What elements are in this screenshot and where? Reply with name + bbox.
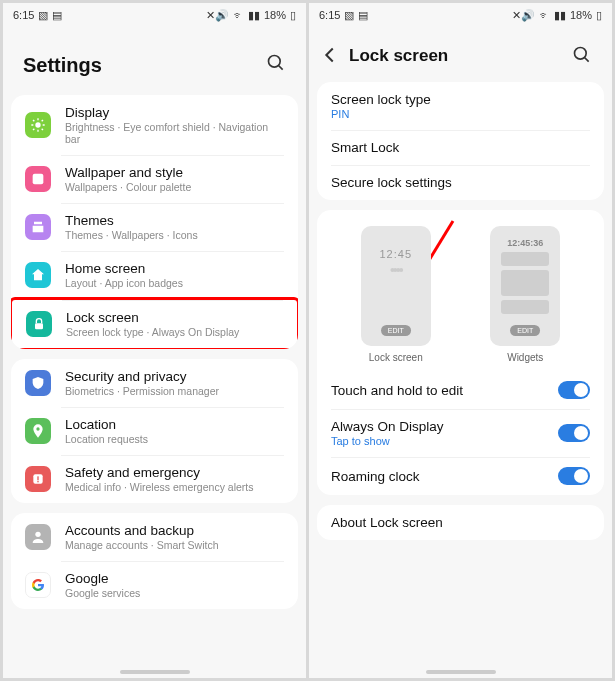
- toggle-switch[interactable]: [558, 467, 590, 485]
- nav-handle[interactable]: [426, 670, 496, 674]
- lock-settings-card: Screen lock type PIN Smart Lock Secure l…: [317, 82, 604, 200]
- svg-point-17: [35, 532, 40, 537]
- toggle-switch[interactable]: [558, 381, 590, 399]
- svg-rect-11: [33, 174, 44, 185]
- edit-pill[interactable]: EDIT: [510, 325, 540, 336]
- item-title: Lock screen: [66, 310, 283, 325]
- row-about-lock-screen[interactable]: About Lock screen: [317, 505, 604, 540]
- status-icon-newspaper: ▤: [52, 9, 62, 22]
- sidebar-item-safety[interactable]: Safety and emergency Medical info · Wire…: [11, 455, 298, 503]
- search-icon[interactable]: [572, 45, 592, 67]
- sidebar-item-themes[interactable]: Themes Themes · Wallpapers · Icons: [11, 203, 298, 251]
- status-time: 6:15: [319, 9, 340, 21]
- search-icon[interactable]: [266, 53, 286, 77]
- row-touch-hold-edit[interactable]: Touch and hold to edit: [317, 371, 604, 409]
- status-bar: 6:15 ▧ ▤ ✕🔊 ᯤ ▮▮ 18% ▯: [309, 3, 612, 25]
- svg-line-9: [33, 129, 34, 130]
- edit-pill[interactable]: EDIT: [381, 325, 411, 336]
- item-title: Security and privacy: [65, 369, 284, 384]
- status-time: 6:15: [13, 9, 34, 21]
- battery-icon: ▯: [290, 9, 296, 22]
- shield-icon: [25, 370, 51, 396]
- item-sub: Biometrics · Permission manager: [65, 385, 284, 397]
- preview-widgets[interactable]: 12:45:36 EDIT Widgets: [490, 226, 560, 363]
- preview-time: 12:45: [379, 248, 412, 260]
- svg-line-19: [585, 58, 589, 62]
- svg-line-8: [42, 129, 43, 130]
- signal-icon: ▮▮: [554, 9, 566, 22]
- row-always-on-display[interactable]: Always On Display Tap to show: [317, 409, 604, 457]
- item-title: Accounts and backup: [65, 523, 284, 538]
- status-icon-newspaper: ▤: [358, 9, 368, 22]
- row-smart-lock[interactable]: Smart Lock: [317, 130, 604, 165]
- lock-icon: [26, 311, 52, 337]
- settings-main-screen: 6:15 ▧ ▤ ✕🔊 ᯤ ▮▮ 18% ▯ Settings Display: [3, 3, 306, 678]
- item-title: Location: [65, 417, 284, 432]
- page-title: Settings: [23, 54, 102, 77]
- svg-point-0: [269, 56, 281, 68]
- item-title: Roaming clock: [331, 469, 544, 484]
- status-icon-image: ▧: [344, 9, 354, 22]
- svg-line-1: [279, 66, 283, 70]
- sidebar-item-home[interactable]: Home screen Layout · App icon badges: [11, 251, 298, 299]
- status-icon-image: ▧: [38, 9, 48, 22]
- svg-point-2: [35, 122, 40, 127]
- item-sub: Brightness · Eye comfort shield · Naviga…: [65, 121, 284, 145]
- preview-widget-time: 12:45:36: [507, 238, 543, 248]
- settings-header: Settings: [3, 25, 306, 95]
- sidebar-item-display[interactable]: Display Brightness · Eye comfort shield …: [11, 95, 298, 155]
- svg-point-18: [575, 48, 587, 60]
- settings-card-accounts: Accounts and backup Manage accounts · Sm…: [11, 513, 298, 609]
- svg-rect-15: [37, 476, 38, 480]
- toggle-switch[interactable]: [558, 424, 590, 442]
- item-title: Touch and hold to edit: [331, 383, 544, 398]
- sidebar-item-security[interactable]: Security and privacy Biometrics · Permis…: [11, 359, 298, 407]
- item-title: Screen lock type: [331, 92, 590, 107]
- item-title: Secure lock settings: [331, 175, 590, 190]
- item-title: About Lock screen: [331, 515, 590, 530]
- sidebar-item-wallpaper[interactable]: Wallpaper and style Wallpapers · Colour …: [11, 155, 298, 203]
- item-title: Google: [65, 571, 284, 586]
- pin-icon: [25, 418, 51, 444]
- item-value: Tap to show: [331, 435, 544, 447]
- row-secure-lock[interactable]: Secure lock settings: [317, 165, 604, 200]
- widget-bar: [501, 252, 549, 266]
- svg-point-13: [36, 427, 39, 430]
- item-title: Always On Display: [331, 419, 544, 434]
- item-title: Home screen: [65, 261, 284, 276]
- row-screen-lock-type[interactable]: Screen lock type PIN: [317, 82, 604, 130]
- battery-text: 18%: [570, 9, 592, 21]
- sidebar-item-google[interactable]: Google Google services: [11, 561, 298, 609]
- item-sub: Medical info · Wireless emergency alerts: [65, 481, 284, 493]
- item-value: PIN: [331, 108, 590, 120]
- item-sub: Google services: [65, 587, 284, 599]
- item-sub: Manage accounts · Smart Switch: [65, 539, 284, 551]
- item-sub: Layout · App icon badges: [65, 277, 284, 289]
- sidebar-item-location[interactable]: Location Location requests: [11, 407, 298, 455]
- preview-dots: ••••: [390, 262, 402, 278]
- theme-icon: [25, 214, 51, 240]
- preview-lockscreen[interactable]: 12:45 •••• EDIT Lock screen: [361, 226, 431, 363]
- sidebar-item-lock-screen[interactable]: Lock screen Screen lock type · Always On…: [11, 297, 298, 349]
- back-icon[interactable]: [319, 44, 341, 68]
- item-sub: Screen lock type · Always On Display: [66, 326, 283, 338]
- settings-card-appearance: Display Brightness · Eye comfort shield …: [11, 95, 298, 349]
- sidebar-item-accounts[interactable]: Accounts and backup Manage accounts · Sm…: [11, 513, 298, 561]
- sun-icon: [25, 112, 51, 138]
- item-sub: Location requests: [65, 433, 284, 445]
- item-sub: Themes · Wallpapers · Icons: [65, 229, 284, 241]
- lockscreen-header: Lock screen: [309, 26, 612, 82]
- user-icon: [25, 524, 51, 550]
- google-icon: [25, 572, 51, 598]
- mute-icon: ✕🔊: [206, 9, 229, 22]
- svg-line-10: [42, 120, 43, 121]
- battery-text: 18%: [264, 9, 286, 21]
- item-title: Wallpaper and style: [65, 165, 284, 180]
- item-title: Themes: [65, 213, 284, 228]
- item-title: Safety and emergency: [65, 465, 284, 480]
- preview-label: Widgets: [507, 352, 543, 363]
- wifi-icon: ᯤ: [539, 9, 550, 21]
- nav-handle[interactable]: [120, 670, 190, 674]
- row-roaming-clock[interactable]: Roaming clock: [317, 457, 604, 495]
- item-title: Display: [65, 105, 284, 120]
